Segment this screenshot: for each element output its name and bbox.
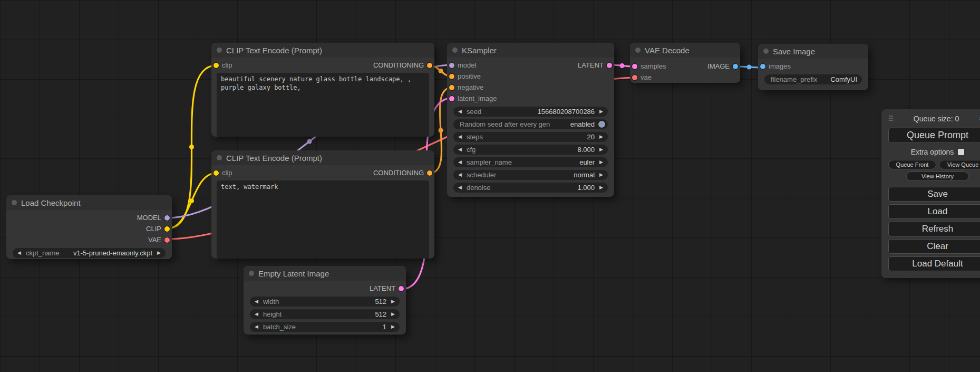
view-history-button[interactable]: View History	[906, 171, 969, 181]
node-header[interactable]: VAE Decode	[630, 43, 740, 58]
widget-filename-prefix[interactable]: filename_prefix ComfyUI	[764, 74, 862, 84]
collapse-dot[interactable]	[452, 47, 458, 53]
increment-arrow-icon[interactable]: ▶	[599, 160, 603, 165]
output-slot-clip[interactable]	[164, 226, 170, 232]
widget-ckpt-name[interactable]: ◀ ckpt_name v1-5-pruned-emaonly.ckpt ▶	[13, 248, 166, 258]
input-slot-negative[interactable]	[449, 85, 454, 90]
decrement-arrow-icon[interactable]: ◀	[255, 299, 258, 304]
widget-seed[interactable]: ◀ seed 156680208700286 ▶	[453, 107, 608, 117]
drag-handle-icon[interactable]: ⠿	[888, 115, 894, 123]
node-header[interactable]: Empty Latent Image	[244, 266, 406, 281]
output-slot-conditioning[interactable]	[427, 63, 432, 68]
increment-arrow-icon[interactable]: ▶	[391, 299, 395, 304]
extra-options-checkbox[interactable]	[958, 149, 964, 155]
decrement-arrow-icon[interactable]: ◀	[458, 173, 462, 177]
input-slot-clip[interactable]	[214, 170, 219, 176]
decrement-arrow-icon[interactable]: ◀	[458, 135, 462, 139]
widget-sampler-name[interactable]: ◀ sampler_name euler ▶	[453, 157, 608, 167]
input-slot-samples[interactable]	[632, 64, 637, 69]
increment-arrow-icon[interactable]: ▶	[599, 135, 603, 139]
input-slot-clip[interactable]	[214, 63, 219, 68]
widget-denoise[interactable]: ◀ denoise 1.000 ▶	[453, 183, 608, 193]
collapse-dot[interactable]	[763, 49, 769, 54]
decrement-arrow-icon[interactable]: ◀	[17, 251, 21, 255]
decrement-arrow-icon[interactable]: ◀	[255, 312, 258, 317]
decrement-arrow-icon[interactable]: ◀	[255, 325, 258, 329]
view-queue-button[interactable]: View Queue	[939, 160, 980, 169]
widget-control-after-generate[interactable]: Random seed after every gen enabled	[453, 119, 608, 129]
output-label-conditioning: CONDITIONING	[373, 169, 424, 177]
node-header[interactable]: KSampler	[447, 43, 614, 58]
link-midpoint-dot	[189, 145, 194, 149]
increment-arrow-icon[interactable]: ▶	[599, 185, 603, 190]
collapse-dot[interactable]	[217, 47, 222, 53]
widget-cfg[interactable]: ◀ cfg 8.000 ▶	[453, 145, 608, 155]
widget-steps[interactable]: ◀ steps 20 ▶	[453, 132, 608, 142]
node-header[interactable]: Save Image	[758, 44, 868, 59]
widget-scheduler[interactable]: ◀ scheduler normal ▶	[453, 170, 608, 180]
decrement-arrow-icon[interactable]: ◀	[458, 160, 462, 165]
decrement-arrow-icon[interactable]: ◀	[458, 147, 462, 152]
increment-arrow-icon[interactable]: ▶	[599, 147, 603, 152]
input-slot-images[interactable]	[760, 64, 765, 69]
toggle-knob[interactable]	[598, 121, 605, 128]
input-slot-positive[interactable]	[449, 74, 454, 79]
collapse-dot[interactable]	[217, 155, 222, 160]
queue-front-button[interactable]: Queue Front	[888, 160, 936, 169]
widget-label: seed	[467, 108, 481, 116]
node-header[interactable]: CLIP Text Encode (Prompt)	[211, 43, 434, 58]
node-empty-latent-image[interactable]: Empty Latent Image LATENT ◀ width 512 ▶ …	[244, 266, 406, 335]
node-load-checkpoint[interactable]: Load Checkpoint MODEL CLIP VAE	[6, 195, 172, 259]
widget-batch-size[interactable]: ◀ batch_size 1 ▶	[250, 322, 400, 332]
input-label-clip: clip	[222, 61, 232, 69]
output-slot-image[interactable]	[733, 64, 738, 69]
wire-clip-to-negative-prompt	[167, 173, 216, 228]
output-slot-conditioning[interactable]	[427, 170, 432, 176]
input-label-vae: vae	[641, 73, 652, 81]
load-default-button[interactable]: Load Default	[888, 256, 980, 271]
queue-prompt-button[interactable]: Queue Prompt	[888, 128, 980, 143]
output-slot-latent[interactable]	[399, 286, 404, 291]
input-label-negative: negative	[458, 83, 483, 91]
input-slot-vae[interactable]	[632, 75, 637, 80]
load-button[interactable]: Load	[888, 204, 980, 219]
link-midpoint-dot	[189, 198, 194, 203]
negative-prompt-textarea[interactable]: text, watermark	[217, 180, 429, 259]
widget-height[interactable]: ◀ height 512 ▶	[250, 309, 400, 319]
refresh-button[interactable]: Refresh	[888, 222, 980, 236]
decrement-arrow-icon[interactable]: ◀	[458, 185, 462, 190]
node-save-image[interactable]: Save Image images filename_prefix ComfyU…	[758, 44, 868, 90]
save-button[interactable]: Save	[888, 187, 980, 202]
clear-button[interactable]: Clear	[888, 239, 980, 254]
node-header[interactable]: CLIP Text Encode (Prompt)	[211, 150, 434, 165]
output-slot-vae[interactable]	[164, 237, 170, 243]
input-label-clip: clip	[222, 169, 232, 177]
widget-label: cfg	[467, 146, 476, 154]
node-title: KSampler	[462, 46, 497, 55]
output-slot-model[interactable]	[164, 215, 170, 221]
positive-prompt-textarea[interactable]: beautiful scenery nature glass bottle la…	[217, 73, 429, 137]
node-clip-text-encode-positive[interactable]: CLIP Text Encode (Prompt) clip CONDITION…	[211, 43, 434, 137]
node-clip-text-encode-negative[interactable]: CLIP Text Encode (Prompt) clip CONDITION…	[211, 150, 434, 259]
node-title: VAE Decode	[645, 46, 690, 55]
increment-arrow-icon[interactable]: ▶	[599, 109, 603, 114]
increment-arrow-icon[interactable]: ▶	[157, 251, 161, 255]
increment-arrow-icon[interactable]: ▶	[391, 312, 395, 317]
widget-label: width	[263, 298, 279, 306]
link-midpoint-dot	[307, 139, 312, 144]
collapse-dot[interactable]	[249, 271, 254, 276]
increment-arrow-icon[interactable]: ▶	[391, 325, 395, 329]
increment-arrow-icon[interactable]: ▶	[599, 173, 603, 177]
widget-label: sampler_name	[467, 158, 512, 166]
input-slot-model[interactable]	[449, 63, 454, 68]
widget-width[interactable]: ◀ width 512 ▶	[250, 297, 400, 307]
node-header[interactable]: Load Checkpoint	[6, 195, 172, 210]
output-slot-latent[interactable]	[607, 63, 612, 68]
decrement-arrow-icon[interactable]: ◀	[458, 109, 462, 114]
collapse-dot[interactable]	[635, 47, 641, 53]
node-vae-decode[interactable]: VAE Decode samples IMAGE vae	[630, 43, 740, 83]
collapse-dot[interactable]	[12, 200, 17, 205]
input-slot-latent-image[interactable]	[449, 96, 454, 101]
node-canvas[interactable]: Load Checkpoint MODEL CLIP VAE	[0, 0, 980, 372]
node-ksampler[interactable]: KSampler model LATENT positive	[447, 43, 614, 197]
